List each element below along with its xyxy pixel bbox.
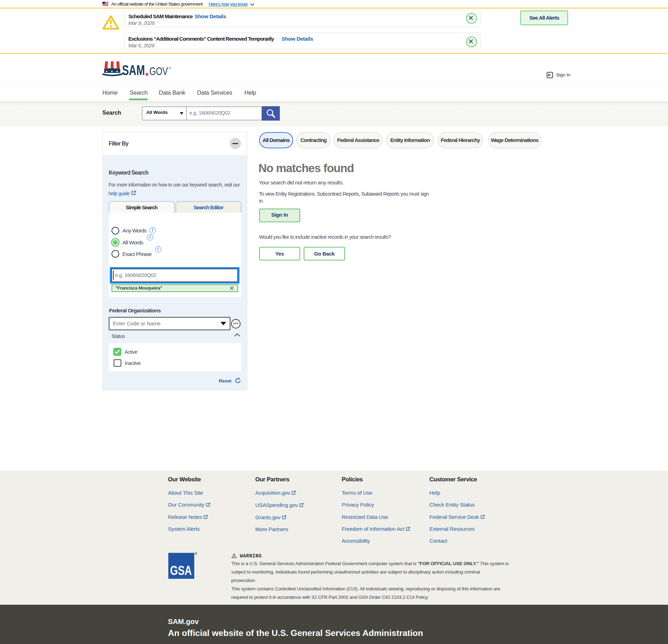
svg-text:SAM: SAM [122, 62, 145, 77]
svg-text:GOV: GOV [149, 65, 168, 77]
svg-text:GSA: GSA [170, 563, 192, 578]
svg-text:®: ® [169, 67, 171, 70]
